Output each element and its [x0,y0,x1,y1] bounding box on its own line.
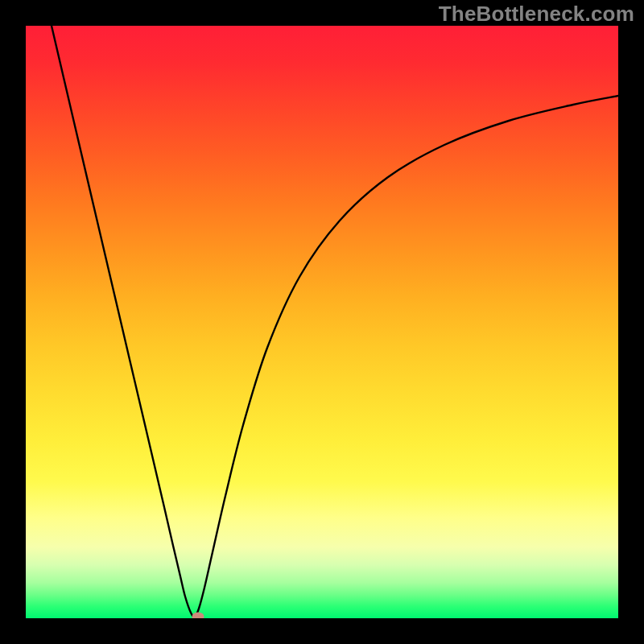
minimum-marker-dot [192,613,204,619]
watermark-text: TheBottleneck.com [439,2,634,27]
plot-area [26,26,618,618]
bottleneck-curve [26,26,618,618]
chart-frame: TheBottleneck.com [0,0,644,644]
